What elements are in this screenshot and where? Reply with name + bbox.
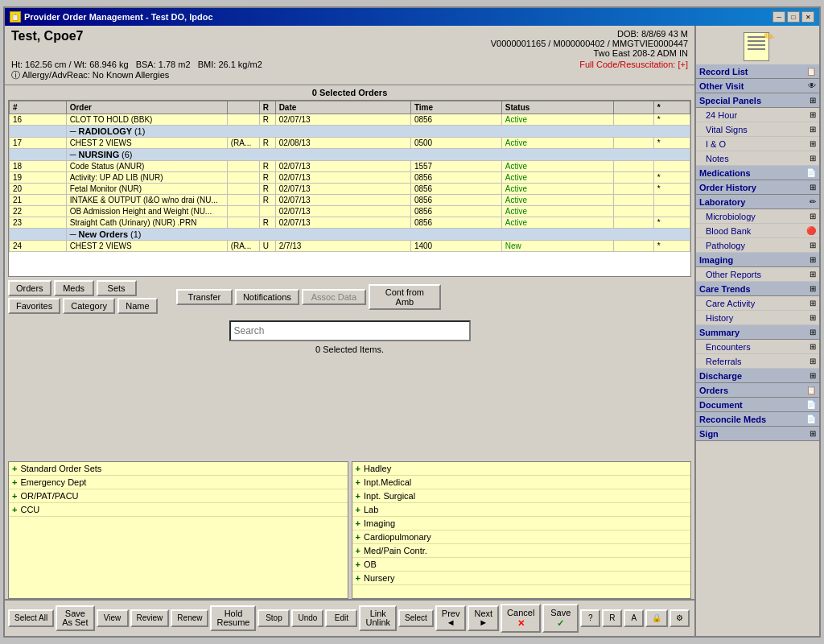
sidebar-item-record-list[interactable]: Record List 📋 — [696, 64, 819, 79]
close-button[interactable]: ✕ — [801, 11, 814, 23]
list-item[interactable]: +Hadley — [352, 462, 691, 476]
select-all-button[interactable]: Select All — [8, 609, 54, 627]
r-button[interactable]: R — [602, 609, 622, 627]
row-extra — [613, 195, 653, 206]
list-item[interactable]: +CCU — [9, 503, 348, 517]
table-row[interactable]: 17 CHEST 2 VIEWS (RA... R 02/08/13 0500 … — [10, 138, 690, 149]
orders-table-container: # Order R Date Time Status * 16 — [8, 100, 691, 277]
undo-button[interactable]: Undo — [291, 609, 323, 627]
sidebar-section-icon: ⊞ — [810, 183, 816, 192]
list-item[interactable]: +Emergency Dept — [9, 476, 348, 489]
favorites-button[interactable]: Favorites — [8, 298, 60, 314]
list-item[interactable]: +Cardiopulmonary — [352, 530, 691, 544]
edit-button[interactable]: Edit — [325, 609, 357, 627]
help-button[interactable]: ? — [580, 609, 600, 627]
table-row[interactable]: 18 Code Status (ANUR) R 02/07/13 1557 Ac… — [10, 161, 690, 172]
link-unlink-button[interactable]: Link Unlink — [359, 605, 397, 631]
view-button[interactable]: View — [97, 609, 129, 627]
sidebar-item-orders[interactable]: Orders 📋 — [696, 383, 819, 398]
sidebar-item-special-panels[interactable]: Special Panels ⊞ — [696, 93, 819, 108]
sidebar-item-encounters[interactable]: Encounters ⊞ — [696, 340, 819, 354]
notifications-button[interactable]: Notifications — [235, 289, 299, 305]
lock-button[interactable]: 🔒 — [645, 609, 668, 627]
orders-button[interactable]: Orders — [8, 280, 52, 296]
sidebar-item-pathology[interactable]: Pathology ⊞ — [696, 238, 819, 253]
maximize-button[interactable]: □ — [787, 11, 800, 23]
sidebar-label: Record List — [699, 67, 806, 76]
sidebar-item-care-trends[interactable]: Care Trends ⊞ — [696, 282, 819, 296]
row-time: 0856 — [410, 195, 501, 206]
row-star: * — [653, 138, 690, 149]
sidebar-item-document[interactable]: Document 📄 — [696, 398, 819, 412]
next-button[interactable]: Next ► — [468, 605, 499, 631]
table-row[interactable]: 19 Activity: UP AD LIB (NUR) R 02/07/13 … — [10, 172, 690, 184]
transfer-button[interactable]: Transfer — [176, 289, 233, 305]
sidebar-item-24-hour[interactable]: 24 Hour ⊞ — [696, 108, 819, 122]
cont-from-amb-button[interactable]: Cont from Amb — [369, 284, 441, 310]
sidebar-item-notes[interactable]: Notes ⊞ — [696, 151, 819, 166]
list-item[interactable]: +Imaging — [352, 517, 691, 530]
hold-resume-button[interactable]: Hold Resume — [210, 605, 256, 631]
sidebar-item-other-reports[interactable]: Other Reports ⊞ — [696, 267, 819, 282]
gear-button[interactable]: ⚙ — [670, 609, 690, 627]
sidebar-item-laboratory[interactable]: Laboratory ✏ — [696, 195, 819, 209]
table-row[interactable]: 20 Fetal Monitor (NUR) R 02/07/13 0856 A… — [10, 184, 690, 195]
sidebar-item-order-history[interactable]: Order History ⊞ — [696, 180, 819, 195]
sidebar-item-vital-signs[interactable]: Vital Signs ⊞ — [696, 122, 819, 137]
sidebar-item-i-&-o[interactable]: I & O ⊞ — [696, 137, 819, 151]
table-row[interactable]: 24 CHEST 2 VIEWS (RA... U 2/7/13 1400 Ne… — [10, 241, 690, 252]
table-row[interactable]: 16 CLOT TO HOLD (BBK) R 02/07/13 0856 Ac… — [10, 114, 690, 126]
name-button[interactable]: Name — [117, 298, 158, 314]
select-button[interactable]: Select — [398, 609, 434, 627]
sidebar-item-reconcile-meds[interactable]: Reconcile Meds 📄 — [696, 412, 819, 427]
sidebar-section-icon: ⊞ — [810, 96, 816, 105]
sidebar-item-summary[interactable]: Summary ⊞ — [696, 325, 819, 340]
search-input[interactable] — [229, 320, 471, 341]
sidebar-item-other-visit[interactable]: Other Visit 👁 — [696, 79, 819, 93]
sidebar-item-imaging[interactable]: Imaging ⊞ — [696, 253, 819, 267]
meds-button[interactable]: Meds — [54, 280, 94, 296]
sidebar-subitem-label: Vital Signs — [706, 125, 748, 134]
list-item[interactable]: +OB — [352, 558, 691, 572]
save-button[interactable]: Save ✓ — [542, 604, 579, 633]
table-row[interactable]: 21 INTAKE & OUTPUT (I&O w/no drai (NU...… — [10, 195, 690, 206]
list-item[interactable]: +Lab — [352, 503, 691, 517]
sidebar-item-microbiology[interactable]: Microbiology ⊞ — [696, 209, 819, 224]
sidebar-item-sign[interactable]: Sign ⊞ — [696, 427, 819, 441]
sidebar-item-medications[interactable]: Medications 📄 — [696, 166, 819, 180]
minimize-button[interactable]: ─ — [772, 11, 785, 23]
set-item-label: Cardiopulmonary — [364, 532, 431, 542]
row-status: Active — [501, 138, 613, 149]
list-item[interactable]: +Inpt. Surgical — [352, 489, 691, 503]
table-row[interactable]: 22 OB Admission Height and Weight (NU...… — [10, 206, 690, 217]
prev-button[interactable]: Prev ◄ — [435, 605, 467, 631]
row-status: New — [501, 241, 613, 252]
list-item[interactable]: +Inpt.Medical — [352, 476, 691, 489]
sidebar-subitem-icon: ⊞ — [810, 241, 816, 250]
category-button[interactable]: Category — [63, 298, 115, 314]
sidebar-item-discharge[interactable]: Discharge ⊞ — [696, 369, 819, 383]
assoc-data-button[interactable]: Assoc Data — [302, 289, 366, 305]
table-row[interactable]: 23 Straight Cath (Urinary) (NUR) .PRN R … — [10, 217, 690, 229]
sidebar-subitem-label: I & O — [706, 139, 726, 149]
sidebar-section-icon: ✏ — [810, 197, 816, 206]
sidebar-section-icon: 📄 — [806, 400, 816, 409]
a-button[interactable]: A — [624, 609, 644, 627]
sets-button[interactable]: Sets — [97, 280, 137, 296]
cancel-button[interactable]: Cancel ✕ — [501, 604, 541, 633]
list-item[interactable]: +Med/Pain Contr. — [352, 544, 691, 558]
sidebar-item-referrals[interactable]: Referrals ⊞ — [696, 354, 819, 369]
sidebar-item-history[interactable]: History ⊞ — [696, 311, 819, 325]
sidebar-item-care-activity[interactable]: Care Activity ⊞ — [696, 296, 819, 311]
list-item[interactable]: +OR/PAT/PACU — [9, 489, 348, 503]
sidebar-item-blood-bank[interactable]: Blood Bank 🔴 — [696, 224, 819, 238]
row-time: 1557 — [410, 161, 501, 172]
save-as-set-button[interactable]: Save As Set — [56, 605, 94, 631]
renew-button[interactable]: Renew — [171, 609, 208, 627]
full-code-status[interactable]: Full Code/Resuscitation: [+] — [579, 60, 688, 69]
review-button[interactable]: Review — [130, 609, 170, 627]
stop-button[interactable]: Stop — [258, 609, 290, 627]
list-item[interactable]: +Standard Order Sets — [9, 462, 348, 476]
row-time: 0856 — [410, 172, 501, 184]
list-item[interactable]: +Nursery — [352, 572, 691, 585]
